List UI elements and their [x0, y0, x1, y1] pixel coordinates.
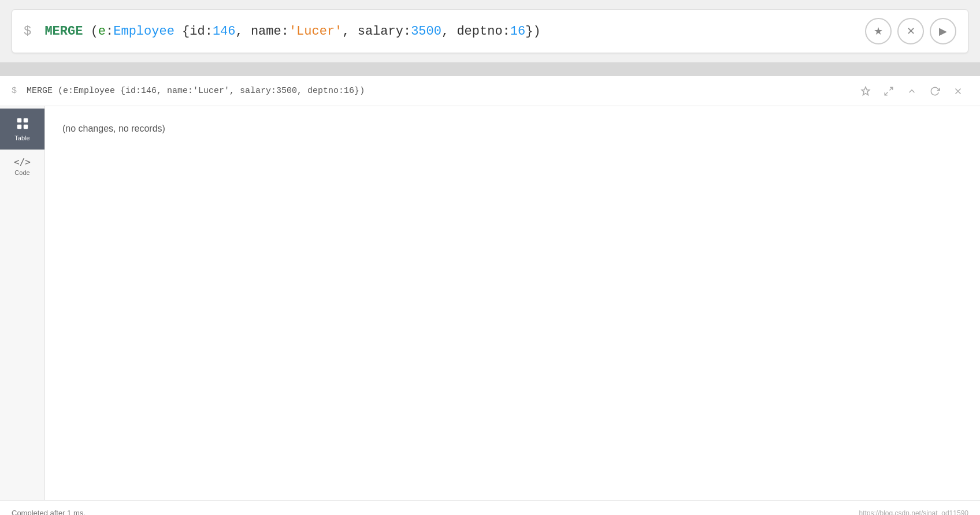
comma2: ,	[342, 24, 357, 39]
expand-button[interactable]	[878, 81, 899, 102]
colon-sep: :	[106, 24, 113, 39]
top-action-buttons: ★ ✕ ▶	[865, 18, 956, 44]
label-employee: Employee	[113, 24, 175, 39]
colon2: :	[281, 24, 289, 39]
dollar-sign: $	[24, 24, 31, 39]
svg-line-1	[885, 92, 888, 95]
key-id: id	[190, 24, 205, 39]
brace-open: {	[182, 24, 190, 39]
val-name: 'Lucer'	[289, 24, 342, 39]
key-name: name	[251, 24, 281, 39]
code-label: Code	[14, 169, 29, 176]
code-icon: </>	[14, 158, 31, 167]
sidebar-item-code[interactable]: </> Code	[0, 150, 44, 184]
var-e: e	[98, 24, 106, 39]
colon3: :	[403, 24, 411, 39]
result-query-content: MERGE (e:Employee {id:146, name:'Lucer',…	[27, 86, 365, 96]
completed-status: Completed after 1 ms.	[12, 509, 86, 515]
sidebar-item-table[interactable]: Table	[0, 109, 44, 150]
refresh-button[interactable]	[925, 81, 945, 102]
comma1: ,	[235, 24, 250, 39]
colon1: :	[205, 24, 213, 39]
top-query-display: $ MERGE (e:Employee {id:146, name:'Lucer…	[24, 24, 853, 39]
no-records-message: (no changes, no records)	[62, 124, 963, 134]
top-query-bar: $ MERGE (e:Employee {id:146, name:'Lucer…	[12, 9, 968, 53]
divider-bar	[0, 62, 980, 76]
left-sidebar: Table </> Code	[0, 106, 45, 500]
key-deptno: deptno	[456, 24, 502, 39]
result-query-text: $ MERGE (e:Employee {id:146, name:'Lucer…	[12, 86, 365, 96]
open-paren: (	[91, 24, 98, 39]
close-paren: )	[533, 24, 540, 39]
comma3: ,	[441, 24, 456, 39]
svg-rect-5	[24, 118, 28, 122]
colon4: :	[503, 24, 510, 39]
result-header: $ MERGE (e:Employee {id:146, name:'Lucer…	[0, 76, 980, 106]
svg-rect-7	[24, 125, 28, 129]
content-body: Table </> Code (no changes, no records)	[0, 106, 980, 500]
result-panel: (no changes, no records)	[45, 106, 980, 500]
main-area: $ MERGE (e:Employee {id:146, name:'Lucer…	[0, 76, 980, 515]
run-button[interactable]: ▶	[930, 18, 956, 44]
result-dollar: $	[12, 86, 17, 96]
cancel-button[interactable]: ✕	[897, 18, 924, 44]
val-salary: 3500	[411, 24, 441, 39]
brace-close: }	[525, 24, 533, 39]
favorite-button[interactable]: ★	[865, 18, 892, 44]
val-deptno: 16	[510, 24, 525, 39]
pin-button[interactable]	[855, 81, 876, 102]
keyword-merge: MERGE	[44, 24, 83, 39]
close-result-button[interactable]	[948, 81, 968, 102]
result-action-buttons	[855, 81, 968, 102]
key-salary: salary	[358, 24, 403, 39]
collapse-button[interactable]	[901, 81, 922, 102]
status-bar: Completed after 1 ms. https://blog.csdn.…	[0, 500, 980, 515]
val-id: 146	[213, 24, 236, 39]
table-label: Table	[14, 135, 29, 141]
status-link: https://blog.csdn.net/sinat_od11590	[859, 509, 968, 516]
table-icon	[16, 117, 29, 132]
svg-rect-6	[17, 125, 21, 129]
svg-rect-4	[17, 118, 21, 122]
svg-line-0	[890, 87, 893, 90]
